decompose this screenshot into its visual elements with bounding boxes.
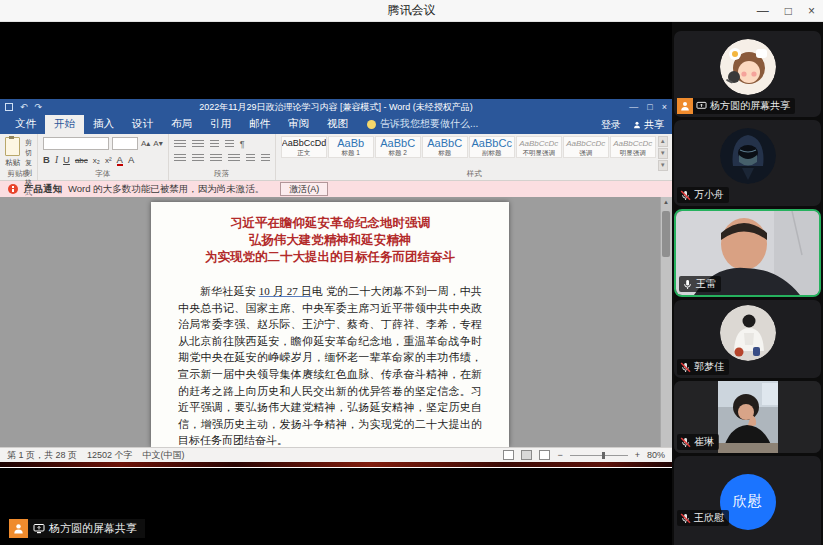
avatar — [720, 305, 776, 361]
strikethrough-button[interactable]: abc — [75, 156, 88, 165]
shrink-font-icon[interactable]: A▾ — [153, 139, 162, 148]
tab-references[interactable]: 引用 — [201, 115, 240, 134]
bold-button[interactable]: B — [43, 154, 50, 165]
word-minimize-icon[interactable]: — — [629, 102, 638, 112]
tab-mailings[interactable]: 邮件 — [240, 115, 279, 134]
italic-button[interactable]: I — [55, 155, 58, 165]
tab-home[interactable]: 开始 — [45, 115, 84, 134]
font-color-button[interactable]: A — [117, 155, 123, 166]
participant-name: 郭梦佳 — [694, 359, 724, 375]
close-icon[interactable]: × — [808, 0, 815, 22]
web-layout-icon[interactable] — [539, 450, 550, 460]
scrollbar-thumb[interactable] — [662, 211, 670, 257]
tell-me-box[interactable]: 告诉我您想要做什么... — [367, 117, 478, 134]
share-button[interactable]: 共享 — [633, 118, 664, 132]
document-heading-line2: 弘扬伟大建党精神和延安精神 — [178, 232, 482, 249]
style-heading1[interactable]: AaBb 标题 1 — [328, 136, 374, 158]
styles-gallery-scroll[interactable]: ▲ ▼ ▼ — [658, 136, 668, 171]
language-indicator[interactable]: 中文(中国) — [143, 449, 185, 462]
vertical-scrollbar[interactable]: ▲ — [660, 197, 672, 447]
tab-review[interactable]: 审阅 — [279, 115, 318, 134]
zoom-slider[interactable] — [570, 455, 628, 456]
activation-notice-bar: 产品通知 Word 的大多数功能已被禁用，因为尚未激活。 激活(A) — [0, 181, 672, 197]
person-icon — [633, 120, 641, 131]
borders-icon[interactable] — [261, 154, 270, 163]
participant-tile[interactable]: 郭梦佳 — [674, 300, 821, 378]
zoom-level[interactable]: 80% — [647, 450, 665, 460]
align-right-icon[interactable] — [210, 154, 222, 163]
align-left-icon[interactable] — [174, 154, 186, 163]
word-close-icon[interactable]: × — [662, 102, 667, 112]
participant-tile[interactable]: 崔琳 — [674, 381, 821, 453]
mic-on-icon — [682, 279, 693, 290]
style-heading2[interactable]: AaBbC 标题 2 — [375, 136, 421, 158]
text-effects-button[interactable]: A — [128, 154, 134, 165]
page-indicator[interactable]: 第 1 页，共 28 页 — [7, 449, 77, 462]
zoom-slider-thumb[interactable] — [602, 452, 605, 459]
avatar — [720, 39, 776, 95]
styles-scroll-up-icon[interactable]: ▲ — [658, 136, 668, 147]
styles-group: AaBbCcDd 正文 AaBb 标题 1 AaBbC 标题 2 AaBbC 标… — [276, 134, 674, 180]
show-marks-icon[interactable]: ¶ — [240, 139, 245, 149]
tab-file[interactable]: 文件 — [6, 115, 45, 134]
superscript-button[interactable]: x² — [105, 156, 112, 165]
style-title[interactable]: AaBbC 标题 — [422, 136, 468, 158]
style-subtle-emphasis[interactable]: AaBbCcDc 不明显强调 — [516, 136, 562, 158]
style-intense-emphasis[interactable]: AaBbCcDc 明显强调 — [610, 136, 656, 158]
activate-button[interactable]: 激活(A) — [280, 182, 328, 196]
styles-group-label: 样式 — [276, 169, 673, 179]
zoom-in-icon[interactable]: + — [635, 450, 640, 460]
word-titlebar: ↶ ↷ 2022年11月29日政治理论学习内容 [兼容模式] - Word (未… — [0, 99, 672, 115]
print-layout-icon[interactable] — [521, 450, 532, 460]
read-mode-icon[interactable] — [503, 450, 514, 460]
font-name-combobox[interactable] — [43, 137, 109, 150]
participant-name: 崔琳 — [694, 434, 714, 450]
scroll-up-icon[interactable]: ▲ — [663, 199, 669, 205]
participant-tile[interactable]: 万小舟 — [674, 120, 821, 206]
document-page[interactable]: 习近平在瞻仰延安革命纪念地时强调 弘扬伟大建党精神和延安精神 为实现党的二十大提… — [151, 202, 509, 447]
maximize-icon[interactable]: □ — [785, 0, 792, 22]
styles-scroll-down-icon[interactable]: ▼ — [658, 148, 668, 159]
tab-insert[interactable]: 插入 — [84, 115, 123, 134]
save-icon[interactable] — [5, 103, 13, 111]
justify-icon[interactable] — [228, 154, 240, 163]
style-subtitle[interactable]: AaBbCc 副标题 — [469, 136, 515, 158]
participant-tile[interactable]: 欣慰 王欣慰 — [674, 456, 821, 545]
tab-view[interactable]: 视图 — [318, 115, 357, 134]
participant-tile[interactable]: 杨方圆的屏幕共享 — [674, 31, 821, 117]
align-center-icon[interactable] — [192, 154, 204, 163]
indent-decrease-icon[interactable] — [210, 140, 219, 149]
screen-share-icon — [33, 523, 45, 534]
tab-design[interactable]: 设计 — [123, 115, 162, 134]
word-status-bar: 第 1 页，共 28 页 12502 个字 中文(中国) − + 80% — [0, 447, 672, 462]
undo-icon[interactable]: ↶ — [20, 102, 28, 112]
line-spacing-icon[interactable] — [246, 154, 255, 163]
bullet-list-icon[interactable] — [174, 140, 186, 149]
person-icon — [680, 101, 690, 111]
notice-text: Word 的大多数功能已被禁用，因为尚未激活。 — [68, 183, 264, 196]
numbered-list-icon[interactable] — [192, 140, 204, 149]
word-restore-icon[interactable]: □ — [647, 102, 652, 112]
grow-font-icon[interactable]: A▴ — [141, 139, 150, 148]
font-size-combobox[interactable] — [112, 137, 138, 150]
participant-tile[interactable]: 王雷 — [674, 209, 821, 297]
minimize-icon[interactable]: — — [757, 0, 769, 22]
word-count[interactable]: 12502 个字 — [87, 449, 133, 462]
mic-muted-icon — [680, 190, 691, 201]
style-normal[interactable]: AaBbCcDd 正文 — [281, 136, 327, 158]
zoom-out-icon[interactable]: − — [557, 450, 562, 460]
font-group-label: 字体 — [38, 169, 168, 179]
underline-button[interactable]: U — [63, 154, 70, 165]
style-emphasis[interactable]: AaBbCcDc 强调 — [563, 136, 609, 158]
tab-layout[interactable]: 布局 — [162, 115, 201, 134]
info-icon — [8, 184, 18, 194]
indent-increase-icon[interactable] — [225, 140, 234, 149]
screen-share-indicator: 杨方圆的屏幕共享 — [9, 519, 145, 538]
redo-icon[interactable]: ↷ — [35, 102, 43, 112]
cut-button[interactable]: 剪切 — [25, 138, 32, 158]
shared-screen-stage: ↶ ↷ 2022年11月29日政治理论学习内容 [兼容模式] - Word (未… — [0, 22, 823, 545]
paste-button[interactable]: 粘贴 — [5, 137, 20, 169]
sign-in-button[interactable]: 登录 — [601, 118, 621, 132]
subscript-button[interactable]: x₂ — [93, 156, 100, 165]
host-badge — [9, 519, 28, 538]
